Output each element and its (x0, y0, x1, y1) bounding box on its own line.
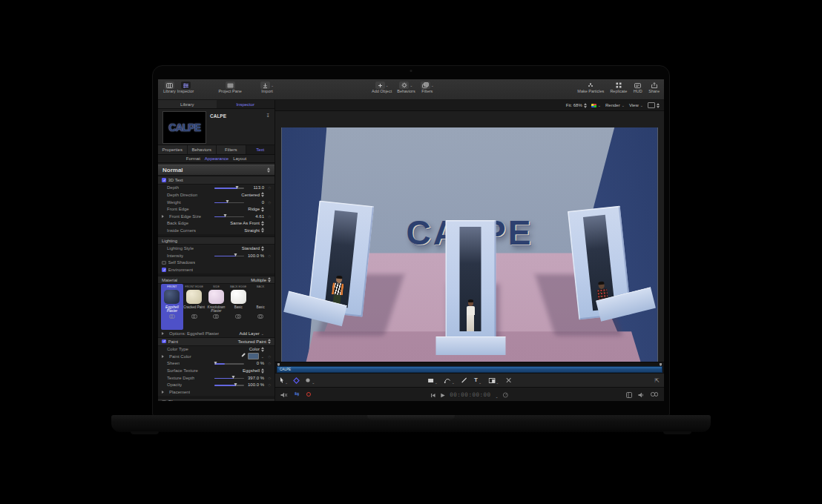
timeline-clip-bar[interactable]: CALPE (277, 366, 662, 373)
transform-3d-tool[interactable] (293, 377, 300, 384)
add-object-button[interactable]: Add Object (372, 82, 392, 93)
mini-timeline[interactable]: CALPE (275, 362, 664, 373)
disclosure-icon[interactable] (162, 355, 167, 358)
row-lighting-header: Lighting (158, 236, 274, 245)
library-button[interactable]: Library (163, 82, 176, 93)
surface-texture-popup[interactable]: Eggshell (243, 368, 264, 374)
text-tool[interactable]: T (474, 374, 481, 387)
paint-color-swatch[interactable] (248, 353, 259, 359)
disclosure-icon[interactable] (162, 332, 167, 335)
hud-button[interactable]: HUD (633, 82, 642, 93)
keyframe-icon[interactable]: ◇ (266, 214, 271, 219)
depth-direction-popup[interactable]: Centered (241, 192, 264, 197)
add-layer-popup[interactable]: Add Layer (239, 331, 264, 336)
intensity-slider[interactable] (214, 253, 244, 259)
material-front-edge[interactable]: FRONT EDGE Cracked Paint (183, 284, 206, 330)
material-front[interactable]: FRONT Eggshell Plaster (161, 284, 183, 330)
material-back-edge[interactable]: BACK EDGE Basic (227, 284, 249, 330)
select-tool[interactable] (280, 374, 288, 387)
self-shadows-checkbox[interactable] (162, 261, 166, 265)
mask-tool[interactable] (488, 374, 499, 387)
lighting-style-popup[interactable]: Standard (242, 246, 264, 251)
scene-balcony-center (445, 220, 496, 339)
disclosure-icon[interactable] (162, 215, 167, 218)
front-edge-size-slider[interactable] (214, 213, 244, 219)
tab-filters[interactable]: Filters (217, 145, 246, 154)
channels-control[interactable] (591, 103, 601, 107)
keyframe-icon[interactable]: ◇ (266, 354, 271, 359)
depth-slider[interactable] (214, 185, 244, 190)
linked-rings-icon[interactable] (651, 392, 659, 397)
keyframe-icon[interactable]: ◇ (266, 253, 271, 258)
keyframe-icon[interactable]: ◇ (266, 185, 271, 190)
sheen-slider[interactable] (214, 360, 244, 366)
disclosure-icon[interactable] (162, 391, 167, 394)
keyframe-icon[interactable]: ◇ (266, 361, 271, 365)
opacity-slider[interactable] (214, 382, 244, 388)
3d-text-checkbox[interactable] (162, 178, 166, 182)
material-link-icon[interactable] (169, 314, 175, 317)
pan-orbit-tool[interactable] (305, 374, 315, 387)
material-back-edge-swatch (231, 290, 246, 304)
inspector-button[interactable]: Inspector (177, 82, 194, 93)
color-type-popup[interactable]: Color (249, 347, 264, 352)
keyframe-icon[interactable]: ◇ (266, 200, 271, 205)
adjust-ctrl-points-icon[interactable]: ⇱ (654, 377, 660, 384)
render-menu[interactable]: Render (605, 103, 625, 107)
material-popup[interactable]: Multiple (251, 277, 271, 282)
subtab-format[interactable]: Format (186, 156, 200, 161)
back-edge-popup[interactable]: Same As Front (230, 221, 264, 226)
inside-corners-popup[interactable]: Straight (244, 228, 264, 233)
shape-tool[interactable] (428, 374, 438, 387)
import-button[interactable]: Import (260, 82, 274, 93)
layout-control[interactable] (648, 102, 660, 108)
play-button[interactable] (440, 388, 445, 401)
behaviors-button[interactable]: Behaviors (397, 82, 415, 93)
tab-library[interactable]: Library (158, 100, 217, 108)
material-link-icon[interactable] (191, 314, 197, 317)
subtab-appearance[interactable]: Appearance (205, 156, 228, 161)
material-link-icon[interactable] (257, 314, 263, 317)
chevron-down-icon[interactable] (495, 388, 498, 401)
material-side[interactable]: SIDE Knockdown Plaster (206, 284, 228, 330)
tab-properties[interactable]: Properties (158, 145, 188, 154)
material-link-icon[interactable] (235, 314, 241, 317)
record-button[interactable] (306, 392, 311, 397)
replicate-button[interactable]: Replicate (610, 82, 627, 93)
loop-button[interactable]: ⇆ (295, 391, 300, 397)
canvas-viewport[interactable]: CALPE (275, 111, 664, 362)
previous-frame-button[interactable] (430, 388, 435, 401)
project-pane-button[interactable]: Project Pane (218, 82, 242, 93)
tab-behaviors[interactable]: Behaviors (188, 145, 217, 154)
mute-button[interactable] (280, 388, 288, 401)
environment-checkbox[interactable] (162, 268, 166, 272)
paint-popup[interactable]: Textured Paint (238, 339, 271, 344)
line-tool[interactable] (461, 377, 467, 383)
make-particles-button[interactable]: Make Particles (577, 82, 604, 93)
material-link-icon[interactable] (213, 314, 219, 317)
pin-icon[interactable]: ↧ (266, 113, 270, 119)
front-edge-popup[interactable]: Ridge (248, 207, 264, 212)
view-menu[interactable]: View (629, 103, 643, 107)
timer-icon[interactable] (503, 388, 509, 401)
keyframe-icon[interactable]: ◇ (266, 382, 271, 387)
adjust-item-tool[interactable] (505, 377, 511, 383)
audio-icon[interactable] (638, 388, 645, 401)
tab-inspector[interactable]: Inspector (217, 100, 275, 108)
keyframe-icon[interactable]: ◇ (266, 376, 271, 380)
laptop-lid-scoop (367, 415, 455, 420)
tab-text[interactable]: Text (246, 145, 275, 154)
fit-zoom-control[interactable]: Fit: 68% (566, 103, 587, 108)
style-preset-bar[interactable]: Normal (158, 165, 274, 176)
subtab-layout[interactable]: Layout (233, 156, 246, 161)
filters-button[interactable]: Filters (421, 82, 434, 93)
eyedropper-icon[interactable] (240, 354, 246, 359)
weight-slider[interactable] (214, 199, 244, 205)
glow-checkbox[interactable] (162, 400, 166, 401)
bezier-tool[interactable] (444, 374, 455, 387)
project-display-icon[interactable] (626, 388, 632, 401)
texture-depth-slider[interactable] (214, 375, 244, 381)
paint-checkbox[interactable] (162, 339, 166, 344)
share-button[interactable]: Share (648, 82, 660, 93)
material-back[interactable]: BACK Basic (249, 284, 272, 330)
